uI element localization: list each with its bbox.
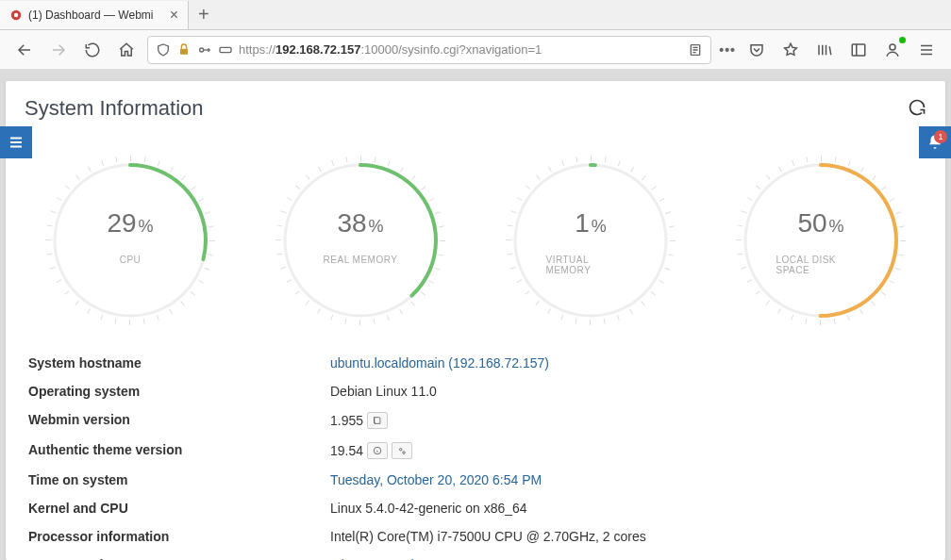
gauge-local-disk-space: 50% LOCAL DISK SPACE: [731, 151, 910, 330]
info-value: 1.955: [330, 412, 923, 429]
info-value: 19.54: [330, 442, 923, 459]
info-key: System hostname: [28, 355, 330, 371]
reload-button[interactable]: [79, 37, 106, 63]
menu-icon[interactable]: [913, 37, 940, 63]
info-row: Webmin version 1.955: [28, 405, 923, 436]
refresh-icon[interactable]: [908, 98, 926, 120]
gauge-real-memory: 38% REAL MEMORY: [271, 151, 450, 330]
notifications-button[interactable]: 1: [919, 126, 951, 158]
gauge-value: 50%: [797, 208, 843, 239]
info-value: Linux 5.4.0-42-generic on x86_64: [330, 501, 923, 516]
svg-point-7: [890, 44, 895, 50]
info-key: Time on system: [28, 472, 330, 487]
svg-point-12: [515, 165, 666, 316]
account-status-dot-icon: [899, 37, 906, 43]
info-row: System hostname ubuntu.localdomain (192.…: [28, 349, 923, 377]
new-tab-button[interactable]: +: [189, 4, 219, 25]
bookmark-star-icon[interactable]: [777, 37, 804, 63]
system-info-card: System Information 29% CPU 38% REAL MEMO…: [6, 81, 945, 560]
gauge-value: 29%: [107, 208, 153, 239]
gauge-value: 38%: [337, 208, 383, 239]
tab-close-icon[interactable]: ×: [170, 7, 178, 24]
info-row: Time on system Tuesday, October 20, 2020…: [28, 466, 923, 494]
gauge-virtual-memory: 1% VIRTUAL MEMORY: [501, 151, 680, 330]
info-key: Processor information: [28, 529, 330, 544]
reader-mode-icon[interactable]: [688, 42, 703, 58]
gauge-label: VIRTUAL MEMORY: [546, 255, 636, 275]
shield-icon[interactable]: [156, 42, 171, 58]
svg-rect-6: [852, 44, 865, 56]
account-icon[interactable]: [879, 37, 906, 63]
page-body: 1 System Information 29% CPU 38% REAL ME…: [0, 70, 951, 560]
info-row: System uptime 4 hours, 08 minutes: [28, 551, 923, 560]
info-icon[interactable]: [367, 442, 388, 459]
svg-rect-4: [220, 47, 231, 52]
browser-tab-title: (1) Dashboard — Webmi: [28, 8, 154, 22]
svg-rect-2: [180, 48, 188, 54]
back-button[interactable]: [11, 37, 38, 63]
info-row: Processor information Intel(R) Core(TM) …: [28, 522, 923, 551]
svg-point-17: [400, 449, 403, 452]
info-key: Webmin version: [28, 412, 330, 429]
gauges-row: 29% CPU 38% REAL MEMORY 1% VIRTUAL MEMOR…: [6, 132, 945, 339]
notification-badge: 1: [934, 130, 947, 143]
info-value[interactable]: ubuntu.localdomain (192.168.72.157): [330, 355, 923, 371]
info-value: Debian Linux 11.0: [330, 384, 923, 399]
info-key: Authentic theme version: [28, 442, 330, 459]
browser-toolbar: https://192.168.72.157:10000/sysinfo.cgi…: [0, 30, 951, 70]
sidebar-toggle-button[interactable]: [0, 126, 32, 158]
page-title: System Information: [25, 96, 204, 121]
gauge-cpu: 29% CPU: [41, 151, 220, 330]
gears-icon[interactable]: [392, 442, 412, 459]
svg-point-3: [200, 48, 204, 52]
page-actions-icon[interactable]: •••: [719, 42, 736, 58]
info-key: Kernel and CPU: [28, 501, 330, 516]
card-header: System Information: [6, 81, 945, 132]
gauge-label: CPU: [120, 255, 142, 265]
home-button[interactable]: [113, 37, 140, 63]
gauge-label: LOCAL DISK SPACE: [776, 255, 866, 275]
connection-icon[interactable]: [218, 42, 233, 58]
library-icon[interactable]: [811, 37, 838, 63]
url-text: https://192.168.72.157:10000/sysinfo.cgi…: [239, 42, 682, 57]
info-value: Intel(R) Core(TM) i7-7500U CPU @ 2.70GHz…: [330, 529, 923, 544]
browser-tab[interactable]: (1) Dashboard — Webmi ×: [0, 1, 189, 29]
lock-warning-icon[interactable]: [176, 42, 192, 58]
browser-tab-bar: (1) Dashboard — Webmi × +: [0, 0, 951, 30]
info-row: Operating system Debian Linux 11.0: [28, 377, 923, 405]
gauge-value: 1%: [575, 208, 607, 239]
svg-point-1: [14, 12, 18, 16]
address-bar[interactable]: https://192.168.72.157:10000/sysinfo.cgi…: [147, 36, 711, 64]
info-row: Authentic theme version 19.54: [28, 436, 923, 466]
pocket-icon[interactable]: [743, 37, 770, 63]
webmin-favicon-icon: [9, 8, 23, 22]
info-table: System hostname ubuntu.localdomain (192.…: [6, 339, 945, 560]
info-key: Operating system: [28, 384, 330, 399]
sidebar-icon[interactable]: [845, 37, 872, 63]
svg-point-18: [403, 452, 406, 454]
permission-icon[interactable]: [197, 42, 212, 58]
info-value[interactable]: Tuesday, October 20, 2020 6:54 PM: [330, 472, 923, 487]
gauge-label: REAL MEMORY: [324, 255, 398, 265]
forward-button: [45, 37, 72, 63]
book-icon[interactable]: [367, 412, 388, 429]
info-row: Kernel and CPU Linux 5.4.0-42-generic on…: [28, 494, 923, 522]
